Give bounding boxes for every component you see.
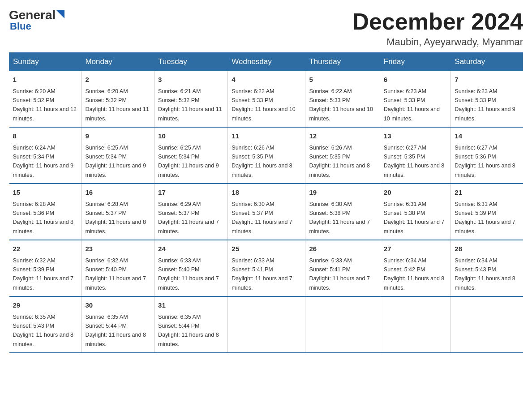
day-info: Sunrise: 6:27 AMSunset: 5:35 PMDaylight:…	[384, 145, 445, 178]
calendar-cell: 5Sunrise: 6:22 AMSunset: 5:33 PMDaylight…	[305, 71, 380, 128]
calendar-cell: 20Sunrise: 6:31 AMSunset: 5:38 PMDayligh…	[380, 184, 450, 240]
calendar-cell: 9Sunrise: 6:25 AMSunset: 5:34 PMDaylight…	[82, 127, 154, 184]
calendar-cell: 13Sunrise: 6:27 AMSunset: 5:35 PMDayligh…	[380, 127, 450, 184]
calendar-cell: 2Sunrise: 6:20 AMSunset: 5:32 PMDaylight…	[82, 71, 154, 128]
day-info: Sunrise: 6:28 AMSunset: 5:36 PMDaylight:…	[13, 201, 74, 235]
calendar-cell: 4Sunrise: 6:22 AMSunset: 5:33 PMDaylight…	[228, 71, 305, 128]
day-number: 29	[13, 300, 78, 311]
day-info: Sunrise: 6:30 AMSunset: 5:37 PMDaylight:…	[232, 201, 292, 235]
day-number: 4	[232, 75, 301, 85]
calendar-table: SundayMondayTuesdayWednesdayThursdayFrid…	[9, 52, 523, 353]
day-number: 15	[13, 188, 78, 198]
header-saturday: Saturday	[451, 53, 523, 71]
day-info: Sunrise: 6:35 AMSunset: 5:44 PMDaylight:…	[85, 314, 146, 347]
calendar-week-row: 22Sunrise: 6:32 AMSunset: 5:39 PMDayligh…	[9, 240, 523, 296]
calendar-week-row: 8Sunrise: 6:24 AMSunset: 5:34 PMDaylight…	[9, 127, 523, 184]
calendar-cell: 8Sunrise: 6:24 AMSunset: 5:34 PMDaylight…	[9, 127, 82, 184]
calendar-cell: 3Sunrise: 6:21 AMSunset: 5:32 PMDaylight…	[154, 71, 228, 128]
day-number: 11	[232, 131, 301, 141]
calendar-cell	[451, 296, 523, 353]
calendar-week-row: 15Sunrise: 6:28 AMSunset: 5:36 PMDayligh…	[9, 184, 523, 240]
calendar-cell: 18Sunrise: 6:30 AMSunset: 5:37 PMDayligh…	[228, 184, 305, 240]
calendar-cell: 10Sunrise: 6:25 AMSunset: 5:34 PMDayligh…	[154, 127, 228, 184]
calendar-cell: 26Sunrise: 6:33 AMSunset: 5:41 PMDayligh…	[305, 240, 380, 296]
calendar-cell: 19Sunrise: 6:30 AMSunset: 5:38 PMDayligh…	[305, 184, 380, 240]
day-number: 10	[158, 131, 224, 141]
day-info: Sunrise: 6:20 AMSunset: 5:32 PMDaylight:…	[85, 88, 149, 122]
page-header: General Blue December 2024 Maubin, Ayeya…	[9, 9, 523, 48]
day-number: 22	[13, 244, 78, 254]
calendar-cell: 30Sunrise: 6:35 AMSunset: 5:44 PMDayligh…	[82, 296, 154, 353]
calendar-cell: 14Sunrise: 6:27 AMSunset: 5:36 PMDayligh…	[451, 127, 523, 184]
header-thursday: Thursday	[305, 53, 380, 71]
day-info: Sunrise: 6:23 AMSunset: 5:33 PMDaylight:…	[384, 88, 440, 122]
day-info: Sunrise: 6:30 AMSunset: 5:38 PMDaylight:…	[309, 201, 370, 235]
calendar-cell: 29Sunrise: 6:35 AMSunset: 5:43 PMDayligh…	[9, 296, 82, 353]
calendar-cell: 7Sunrise: 6:23 AMSunset: 5:33 PMDaylight…	[451, 71, 523, 128]
day-info: Sunrise: 6:32 AMSunset: 5:39 PMDaylight:…	[13, 257, 74, 291]
day-number: 16	[85, 188, 150, 198]
day-info: Sunrise: 6:31 AMSunset: 5:38 PMDaylight:…	[384, 201, 445, 235]
day-number: 26	[309, 244, 376, 254]
day-number: 24	[158, 244, 224, 254]
day-info: Sunrise: 6:20 AMSunset: 5:32 PMDaylight:…	[13, 88, 77, 122]
calendar-cell	[228, 296, 305, 353]
day-info: Sunrise: 6:32 AMSunset: 5:40 PMDaylight:…	[85, 257, 146, 291]
day-number: 9	[85, 131, 150, 141]
day-info: Sunrise: 6:26 AMSunset: 5:35 PMDaylight:…	[309, 145, 370, 178]
day-number: 5	[309, 75, 376, 85]
day-number: 13	[384, 131, 447, 141]
calendar-week-row: 1Sunrise: 6:20 AMSunset: 5:32 PMDaylight…	[9, 71, 523, 128]
day-number: 27	[384, 244, 447, 254]
svg-marker-0	[56, 10, 64, 18]
calendar-cell: 11Sunrise: 6:26 AMSunset: 5:35 PMDayligh…	[228, 127, 305, 184]
day-info: Sunrise: 6:22 AMSunset: 5:33 PMDaylight:…	[232, 88, 295, 122]
day-number: 1	[13, 75, 78, 85]
calendar-week-row: 29Sunrise: 6:35 AMSunset: 5:43 PMDayligh…	[9, 296, 523, 353]
calendar-header-row: SundayMondayTuesdayWednesdayThursdayFrid…	[9, 53, 523, 71]
calendar-cell: 27Sunrise: 6:34 AMSunset: 5:42 PMDayligh…	[380, 240, 450, 296]
header-sunday: Sunday	[9, 53, 82, 71]
day-info: Sunrise: 6:22 AMSunset: 5:33 PMDaylight:…	[309, 88, 373, 122]
day-info: Sunrise: 6:29 AMSunset: 5:37 PMDaylight:…	[158, 201, 219, 235]
day-info: Sunrise: 6:27 AMSunset: 5:36 PMDaylight:…	[455, 145, 515, 178]
calendar-cell: 28Sunrise: 6:34 AMSunset: 5:43 PMDayligh…	[451, 240, 523, 296]
day-info: Sunrise: 6:35 AMSunset: 5:44 PMDaylight:…	[158, 314, 219, 347]
calendar-cell	[305, 296, 380, 353]
day-info: Sunrise: 6:24 AMSunset: 5:34 PMDaylight:…	[13, 145, 74, 178]
calendar-cell: 22Sunrise: 6:32 AMSunset: 5:39 PMDayligh…	[9, 240, 82, 296]
title-block: December 2024 Maubin, Ayeyarwady, Myanma…	[352, 9, 523, 48]
day-info: Sunrise: 6:33 AMSunset: 5:41 PMDaylight:…	[232, 257, 292, 291]
day-info: Sunrise: 6:34 AMSunset: 5:42 PMDaylight:…	[384, 257, 445, 291]
logo-triangle-icon	[56, 10, 64, 18]
calendar-cell: 25Sunrise: 6:33 AMSunset: 5:41 PMDayligh…	[228, 240, 305, 296]
day-number: 3	[158, 75, 224, 85]
day-info: Sunrise: 6:25 AMSunset: 5:34 PMDaylight:…	[158, 145, 219, 178]
logo: General Blue	[9, 9, 64, 32]
logo-blue: Blue	[10, 21, 31, 32]
day-number: 6	[384, 75, 447, 85]
calendar-cell: 15Sunrise: 6:28 AMSunset: 5:36 PMDayligh…	[9, 184, 82, 240]
calendar-cell: 23Sunrise: 6:32 AMSunset: 5:40 PMDayligh…	[82, 240, 154, 296]
calendar-cell: 21Sunrise: 6:31 AMSunset: 5:39 PMDayligh…	[451, 184, 523, 240]
header-friday: Friday	[380, 53, 450, 71]
day-number: 14	[455, 131, 519, 141]
day-number: 17	[158, 188, 224, 198]
day-number: 2	[85, 75, 150, 85]
day-info: Sunrise: 6:31 AMSunset: 5:39 PMDaylight:…	[455, 201, 515, 235]
calendar-cell: 16Sunrise: 6:28 AMSunset: 5:37 PMDayligh…	[82, 184, 154, 240]
day-info: Sunrise: 6:33 AMSunset: 5:40 PMDaylight:…	[158, 257, 219, 291]
day-info: Sunrise: 6:23 AMSunset: 5:33 PMDaylight:…	[455, 88, 515, 122]
day-number: 21	[455, 188, 519, 198]
calendar-cell: 1Sunrise: 6:20 AMSunset: 5:32 PMDaylight…	[9, 71, 82, 128]
day-number: 20	[384, 188, 447, 198]
day-number: 31	[158, 300, 224, 311]
calendar-cell: 31Sunrise: 6:35 AMSunset: 5:44 PMDayligh…	[154, 296, 228, 353]
day-info: Sunrise: 6:33 AMSunset: 5:41 PMDaylight:…	[309, 257, 370, 291]
day-number: 12	[309, 131, 376, 141]
header-tuesday: Tuesday	[154, 53, 228, 71]
logo-general: General	[9, 9, 56, 21]
day-number: 25	[232, 244, 301, 254]
day-number: 18	[232, 188, 301, 198]
day-info: Sunrise: 6:26 AMSunset: 5:35 PMDaylight:…	[232, 145, 292, 178]
